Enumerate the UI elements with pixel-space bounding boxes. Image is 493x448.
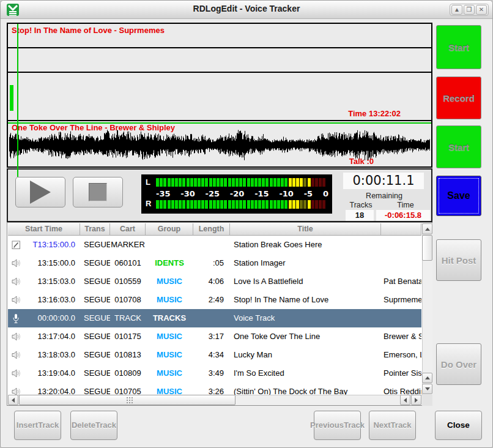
row-type-icon bbox=[8, 383, 24, 395]
meter-segment bbox=[308, 200, 311, 209]
insert-track-button[interactable]: InsertTrack bbox=[14, 411, 61, 440]
scroll-down-button[interactable] bbox=[422, 384, 432, 394]
voicetrack-waveform[interactable]: Time 13:22:02 bbox=[7, 72, 432, 121]
arrow-up-icon bbox=[425, 228, 430, 231]
meter-segment bbox=[194, 200, 197, 209]
row-artist: Brewer & Shipley bbox=[381, 327, 421, 346]
scroll-left-button[interactable] bbox=[8, 395, 18, 405]
meter-segment bbox=[213, 200, 216, 209]
row-cart: 010809 bbox=[110, 364, 146, 383]
row-trans: SEGUE bbox=[80, 236, 110, 254]
track1-waveform-left[interactable]: Stop! In The Name of Love - Suprmemes bbox=[7, 23, 432, 48]
track2-audio-waveform bbox=[9, 130, 430, 160]
column-header-trans[interactable]: Trans bbox=[80, 223, 110, 236]
row-title: I'm So Excited bbox=[230, 364, 381, 383]
log-row[interactable]: 13:17:04.0SEGUE010175MUSIC3:17One Toke O… bbox=[8, 327, 421, 346]
row-trans: SEGUE bbox=[80, 346, 110, 364]
column-header-artist[interactable] bbox=[381, 223, 421, 236]
log-row[interactable]: 13:15:03.0SEGUE010559MUSIC4:06Love Is A … bbox=[8, 272, 421, 291]
close-button[interactable]: Close bbox=[435, 411, 482, 440]
meter-segment bbox=[300, 178, 303, 187]
row-cart: 010559 bbox=[110, 272, 146, 291]
scroll-up-button[interactable] bbox=[422, 223, 432, 234]
shade-window-icon[interactable]: ▲ bbox=[451, 5, 462, 15]
do-over-button[interactable]: Do Over bbox=[436, 343, 481, 385]
meter-segment bbox=[277, 200, 280, 209]
meter-segment bbox=[175, 200, 178, 209]
play-button[interactable] bbox=[15, 177, 65, 207]
scroll-up2-button[interactable] bbox=[422, 373, 432, 383]
row-artist: Pointer Sisters bbox=[381, 364, 421, 383]
row-length: 4:34 bbox=[193, 346, 230, 364]
delete-track-button[interactable]: DeleteTrack bbox=[70, 411, 117, 440]
row-artist bbox=[381, 254, 421, 272]
column-header-start-time[interactable]: Start Time bbox=[8, 223, 80, 236]
log-rows: T13:15:00.0SEGUEMARKERStation Break Goes… bbox=[8, 236, 421, 395]
scroll-left2-button[interactable] bbox=[400, 395, 410, 405]
log-row[interactable]: 13:16:03.0SEGUE010708MUSIC2:49Stop! In T… bbox=[8, 291, 421, 309]
meter-segment bbox=[284, 200, 287, 209]
meter-segment bbox=[289, 200, 292, 209]
row-length: 3:17 bbox=[193, 327, 230, 346]
meter-segment bbox=[171, 200, 174, 209]
meter-segment bbox=[235, 178, 239, 187]
track1-waveform-right[interactable] bbox=[7, 47, 432, 73]
track2-waveform[interactable]: One Toke Over The Line - Brewer & Shiple… bbox=[7, 120, 432, 168]
meter-segment bbox=[187, 200, 190, 209]
log-row[interactable]: 13:19:04.0SEGUE010809MUSIC3:49I'm So Exc… bbox=[8, 364, 421, 383]
next-track-button[interactable]: NextTrack bbox=[369, 411, 416, 440]
meter-segment bbox=[160, 178, 163, 187]
column-header-group[interactable]: Group bbox=[146, 223, 193, 236]
log-row[interactable]: 13:20:04.0SEGUE010705MUSIC3:26(Sittin' O… bbox=[8, 383, 421, 395]
row-trans: SEGUE bbox=[80, 254, 110, 272]
meter-scale-tick: -30 bbox=[180, 189, 195, 198]
arrow-up-icon bbox=[425, 376, 430, 379]
meter-segment bbox=[163, 200, 166, 209]
previous-track-button[interactable]: PreviousTrack bbox=[314, 411, 361, 440]
playback-cursor bbox=[17, 24, 18, 177]
scroll-right-button[interactable] bbox=[411, 395, 421, 405]
meter-segment bbox=[277, 178, 280, 187]
vertical-scroll-thumb[interactable] bbox=[422, 235, 432, 261]
meter-segment bbox=[239, 200, 242, 209]
log-row[interactable]: 13:15:00.0SEGUE060101IDENTS:05Station Im… bbox=[8, 254, 421, 272]
row-start: 13:15:00.0 bbox=[24, 254, 80, 272]
row-cart: 010813 bbox=[110, 346, 146, 364]
rdlogedit-voice-tracker-window: RDLogEdit - Voice Tracker ▲ ❒ ✕ Stop! In… bbox=[0, 0, 493, 448]
meter-segment bbox=[251, 200, 254, 209]
horizontal-scroll-thumb[interactable] bbox=[19, 395, 235, 405]
save-button[interactable]: Save bbox=[436, 176, 481, 216]
column-header-title[interactable]: Title bbox=[230, 223, 381, 236]
meter-segment bbox=[198, 178, 201, 187]
stop-button[interactable] bbox=[73, 177, 123, 207]
column-header-cart[interactable]: Cart bbox=[110, 223, 146, 236]
title-bar[interactable]: RDLogEdit - Voice Tracker ▲ ❒ ✕ bbox=[1, 1, 492, 19]
meter-segment bbox=[315, 200, 318, 209]
close-window-icon[interactable]: ✕ bbox=[476, 5, 487, 15]
row-group: MUSIC bbox=[146, 364, 193, 383]
column-header-length[interactable]: Length bbox=[193, 223, 230, 236]
row-group: TRACKS bbox=[146, 309, 193, 327]
meter-segment bbox=[209, 178, 212, 187]
meter-segment bbox=[258, 178, 261, 187]
remaining-label: Remaining bbox=[338, 192, 430, 200]
meter-segment bbox=[232, 178, 235, 187]
log-table-header: Start TimeTransCartGroupLengthTitle bbox=[8, 223, 421, 236]
row-start: 13:20:04.0 bbox=[24, 383, 80, 395]
log-row[interactable]: T13:15:00.0SEGUEMARKERStation Break Goes… bbox=[8, 236, 421, 254]
meter-segment bbox=[205, 178, 208, 187]
meter-segment bbox=[224, 200, 227, 209]
log-row[interactable]: 13:18:03.0SEGUE010813MUSIC4:34Lucky ManE… bbox=[8, 346, 421, 364]
row-length: 3:49 bbox=[193, 364, 230, 383]
arrow-left-icon bbox=[12, 398, 15, 403]
hit-post-button[interactable]: Hit Post bbox=[436, 239, 481, 281]
meter-segment bbox=[239, 178, 242, 187]
maximize-window-icon[interactable]: ❒ bbox=[464, 5, 475, 15]
scrollbar-corner bbox=[422, 395, 432, 406]
meter-segment bbox=[303, 178, 306, 187]
log-row[interactable]: 00:00:00.0SEGUETRACKTRACKSVoice Track bbox=[8, 309, 421, 327]
grip-dots-icon bbox=[127, 400, 128, 401]
start-track2-button[interactable]: Start bbox=[436, 125, 481, 168]
start-track1-button[interactable]: Start bbox=[436, 25, 481, 69]
record-button[interactable]: Record bbox=[436, 77, 481, 119]
